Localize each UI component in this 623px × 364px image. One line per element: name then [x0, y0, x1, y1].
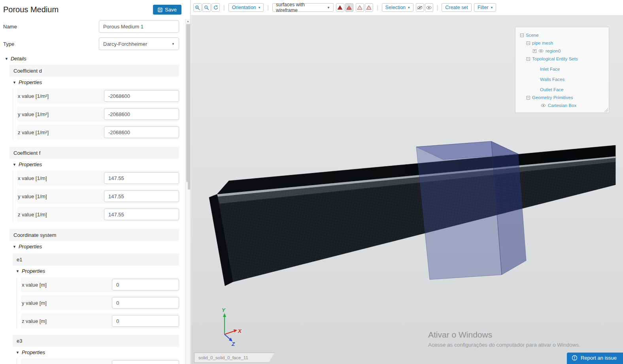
z-value-input[interactable] [104, 208, 179, 220]
collapse-box-icon[interactable]: − [520, 34, 524, 37]
mesh-surface-wireframe-icon [346, 5, 352, 10]
properties-label: Properties [19, 161, 42, 167]
properties-toggle[interactable]: ▼ Properties [16, 349, 179, 355]
viewer-area: | Orientation ▾ | surfaces with wirefram… [191, 0, 623, 364]
scrollbar-up-icon[interactable]: ▲ [186, 19, 190, 24]
tree-item-outlet-face[interactable]: Outlet Face [515, 86, 609, 94]
show-selection-button[interactable] [425, 3, 433, 12]
orientation-dropdown[interactable]: Orientation ▾ [228, 3, 264, 12]
zoom-out-button[interactable] [202, 3, 211, 12]
viewport-3d[interactable]: Y X Z − Scene − pipe mesh [191, 15, 623, 364]
panel-resize-handle[interactable] [188, 181, 191, 190]
axis-y-label: Y [222, 307, 226, 313]
y-value-label: y value [1/m] [18, 193, 47, 199]
eye-slash-icon [417, 6, 423, 9]
tree-item-topological-entity-sets[interactable]: − Topological Entity Sets [515, 55, 609, 63]
axis-x-label: X [238, 328, 242, 334]
collapse-icon: ▼ [16, 269, 19, 273]
panel-scrollbar[interactable]: ▲ [185, 19, 190, 364]
z-value-label: z value [m] [22, 318, 47, 324]
refresh-icon [213, 5, 218, 10]
tree-item-walls-faces[interactable]: Walls Faces [515, 75, 609, 83]
mesh-view-button-3[interactable] [356, 3, 364, 12]
filter-label: Filter [478, 5, 489, 10]
properties-toggle[interactable]: ▼ Properties [13, 244, 179, 250]
toolbar-separator: | [437, 4, 438, 11]
collapse-icon: ▼ [13, 245, 16, 249]
collapse-box-icon[interactable]: − [527, 57, 530, 61]
create-set-button[interactable]: Create set [442, 3, 472, 12]
toolbar-separator: | [377, 4, 378, 11]
chevron-down-icon: ▾ [408, 6, 410, 9]
y-value-input[interactable] [104, 190, 179, 202]
viewer-toolbar: | Orientation ▾ | surfaces with wirefram… [191, 0, 623, 15]
name-input[interactable] [99, 20, 179, 33]
create-set-label: Create set [445, 5, 468, 10]
x-value-label: x value [1/m²] [18, 93, 49, 99]
property-row: x value [m] [21, 358, 179, 364]
details-toggle[interactable]: ▼ Details [5, 56, 179, 62]
property-row: x value [1/m] [17, 171, 179, 186]
filter-dropdown[interactable]: Filter ▾ [474, 3, 496, 12]
properties-label: Properties [22, 268, 45, 274]
eye-icon[interactable] [538, 49, 544, 53]
save-button[interactable]: Save [153, 5, 181, 15]
properties-toggle[interactable]: ▼ Properties [16, 268, 179, 274]
reset-view-button[interactable] [211, 3, 220, 12]
report-issue-button[interactable]: Report an issue [567, 353, 623, 364]
eye-icon[interactable] [541, 104, 546, 107]
x-value-label: x value [m] [22, 282, 47, 288]
z-value-input[interactable] [112, 315, 179, 327]
hide-selection-button[interactable] [416, 3, 424, 12]
windows-activation-watermark: Ativar o Windows Acesse as configurações… [428, 330, 580, 348]
tree-resize-handle[interactable] [604, 107, 608, 112]
selection-dropdown[interactable]: Selection ▾ [382, 3, 413, 12]
scrollbar-thumb[interactable] [186, 24, 190, 182]
mesh-view-button-1[interactable] [336, 3, 344, 12]
type-select[interactable]: Darcy-Forchheimer ▼ [99, 38, 179, 50]
properties-panel: Porous Medium Save Name Type Darcy-Forch… [0, 0, 191, 364]
type-select-value: Darcy-Forchheimer [103, 41, 147, 47]
properties-toggle[interactable]: ▼ Properties [13, 161, 179, 167]
tree-item-cartesian-box[interactable]: Cartesian Box [515, 101, 609, 109]
section-title: Coefficient d [9, 65, 179, 77]
render-mode-select[interactable]: surfaces with wireframe ▼ [272, 3, 334, 12]
report-issue-label: Report an issue [581, 355, 617, 361]
y-value-input[interactable] [104, 108, 179, 120]
properties-toggle[interactable]: ▼ Properties [13, 79, 179, 85]
orientation-label: Orientation [232, 5, 256, 10]
properties-label: Properties [19, 79, 42, 85]
tree-item-geometry-primitives[interactable]: − Geometry Primitives [515, 94, 609, 101]
collapse-box-icon[interactable]: − [527, 96, 530, 99]
mesh-solid-icon [337, 5, 343, 10]
zoom-out-icon [204, 5, 209, 10]
x-value-input[interactable] [104, 172, 179, 184]
axis-z-label: Z [231, 341, 235, 347]
z-value-input[interactable] [104, 126, 179, 138]
expand-box-icon[interactable]: + [533, 49, 536, 53]
tree-item-inlet-face[interactable]: Inlet Face [515, 65, 609, 73]
tree-item-scene[interactable]: − Scene [515, 31, 609, 39]
x-value-input[interactable] [112, 360, 179, 364]
collapse-icon: ▼ [13, 81, 16, 84]
y-value-input[interactable] [112, 297, 179, 309]
pipe-mesh-solid [209, 145, 615, 286]
x-value-input[interactable] [112, 279, 179, 291]
scene-tree-panel: − Scene − pipe mesh + region0 − [515, 27, 609, 113]
report-issue-icon [572, 355, 578, 361]
save-button-label: Save [165, 7, 177, 13]
subsection-title: e3 [13, 335, 179, 347]
mesh-view-button-4[interactable] [365, 3, 373, 12]
section-title: Coefficient f [9, 147, 179, 159]
chevron-down-icon: ▾ [259, 6, 261, 9]
subsection-title: e1 [13, 253, 179, 266]
y-value-label: y value [m] [22, 300, 47, 306]
properties-label: Properties [19, 244, 42, 250]
collapse-box-icon[interactable]: − [527, 41, 530, 45]
zoom-in-button[interactable] [193, 3, 202, 12]
x-value-label: x value [1/m] [18, 175, 47, 181]
x-value-input[interactable] [104, 90, 179, 102]
tree-item-pipe-mesh[interactable]: − pipe mesh [515, 39, 609, 47]
mesh-view-button-2[interactable] [345, 3, 353, 12]
tree-item-region0[interactable]: + region0 [515, 47, 609, 55]
